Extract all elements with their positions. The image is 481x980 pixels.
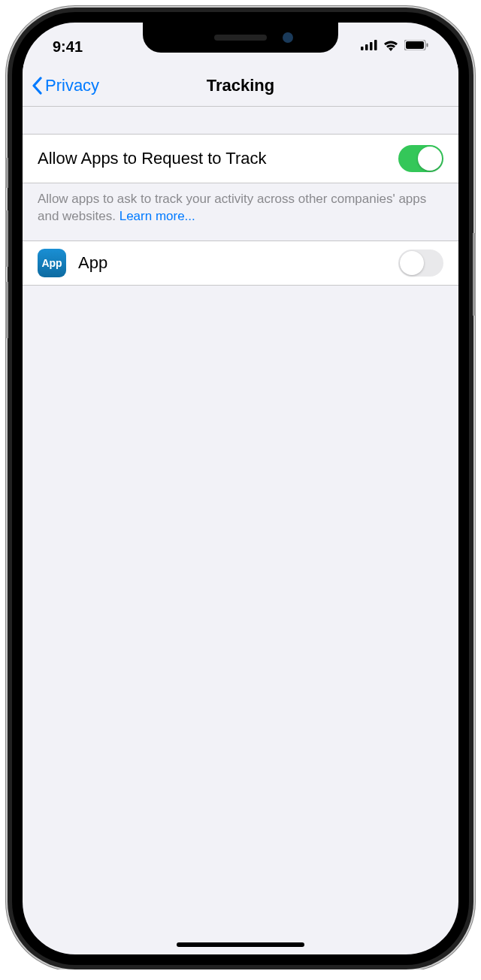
cellular-icon — [361, 40, 377, 53]
toggle-knob — [400, 251, 424, 275]
mute-switch — [5, 158, 8, 188]
allow-tracking-label: Allow Apps to Request to Track — [38, 149, 267, 168]
status-icons — [361, 39, 428, 54]
status-time: 9:41 — [53, 38, 83, 56]
toggle-knob — [418, 147, 442, 171]
allow-tracking-row: Allow Apps to Request to Track — [23, 134, 458, 183]
page-title: Tracking — [207, 76, 274, 95]
navigation-bar: Privacy Tracking — [23, 65, 458, 107]
back-label: Privacy — [45, 76, 99, 95]
app-name-label: App — [78, 253, 386, 273]
wifi-icon — [383, 39, 399, 54]
settings-content: Allow Apps to Request to Track Allow app… — [23, 107, 458, 286]
app-tracking-toggle[interactable] — [398, 250, 443, 277]
allow-tracking-footer: Allow apps to ask to track your activity… — [23, 183, 458, 240]
svg-rect-5 — [406, 41, 424, 49]
svg-rect-3 — [374, 40, 377, 50]
footer-description: Allow apps to ask to track your activity… — [38, 192, 426, 223]
app-icon: App — [38, 249, 66, 277]
allow-tracking-toggle[interactable] — [398, 145, 443, 172]
speaker-grille — [214, 35, 267, 41]
front-camera — [283, 32, 293, 43]
learn-more-link[interactable]: Learn more... — [119, 209, 195, 223]
svg-rect-6 — [427, 44, 428, 47]
svg-rect-1 — [365, 44, 368, 50]
svg-rect-0 — [361, 47, 364, 50]
battery-icon — [404, 40, 428, 53]
svg-rect-2 — [370, 42, 373, 50]
phone-device-frame: 9:41 Privacy Tr — [8, 8, 473, 969]
back-button[interactable]: Privacy — [32, 76, 99, 95]
app-tracking-row: App App — [23, 240, 458, 286]
volume-up-button — [5, 210, 8, 267]
volume-down-button — [5, 282, 8, 338]
home-indicator[interactable] — [177, 942, 304, 947]
chevron-left-icon — [32, 77, 42, 95]
phone-screen: 9:41 Privacy Tr — [23, 23, 458, 954]
power-button — [473, 233, 476, 316]
device-notch — [143, 23, 338, 53]
